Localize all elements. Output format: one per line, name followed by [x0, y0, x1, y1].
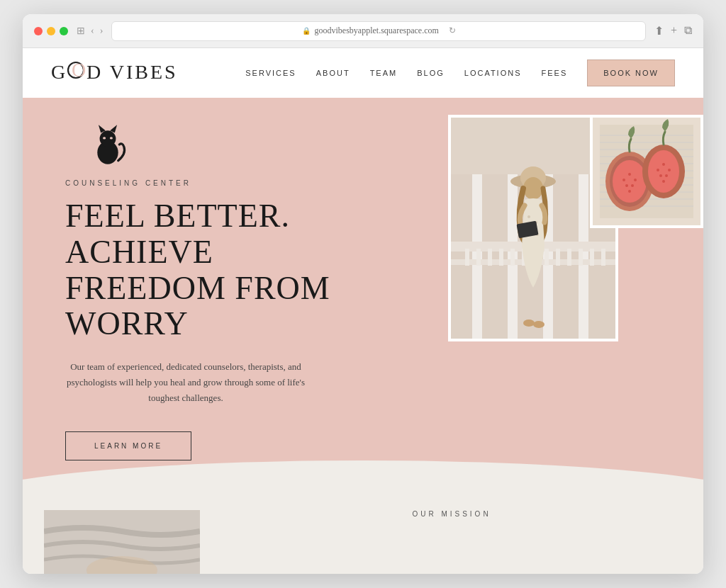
svg-rect-29 — [579, 249, 583, 266]
svg-rect-22 — [499, 249, 503, 266]
svg-point-59 — [622, 179, 625, 181]
hero-description: Our team of experienced, dedicated couns… — [65, 359, 306, 406]
browser-nav-controls: ⊞ ‹ › — [77, 25, 103, 37]
svg-point-62 — [631, 184, 634, 187]
lock-icon: 🔒 — [302, 27, 311, 35]
svg-rect-28 — [567, 249, 571, 266]
hero-section: COUNSELING CENTER FEEL BETTER. ACHIEVE F… — [23, 98, 703, 503]
window-icon: ⊞ — [77, 25, 85, 37]
learn-more-button[interactable]: LEARN MORE — [65, 431, 191, 460]
our-mission-text: OUR MISSION — [412, 510, 491, 518]
hero-left-content: COUNSELING CENTER FEEL BETTER. ACHIEVE F… — [23, 98, 448, 503]
svg-point-61 — [625, 184, 628, 187]
svg-point-58 — [628, 173, 631, 176]
hero-secondary-image — [590, 115, 703, 228]
svg-text:G: G — [51, 61, 67, 83]
cat-icon — [86, 119, 129, 165]
svg-point-68 — [668, 169, 671, 171]
svg-point-69 — [659, 174, 662, 177]
svg-point-57 — [613, 160, 647, 203]
bottom-image-illustration — [44, 510, 200, 574]
book-now-button[interactable]: BOOK NOW — [587, 60, 675, 86]
svg-rect-30 — [590, 249, 594, 266]
svg-point-60 — [634, 179, 637, 181]
svg-rect-19 — [465, 249, 469, 266]
forward-button[interactable]: › — [100, 26, 104, 37]
svg-point-70 — [665, 174, 668, 177]
hero-title: FEEL BETTER. ACHIEVE FREEDOM FROM WORRY — [65, 198, 413, 341]
tabs-icon[interactable]: ⧉ — [684, 24, 692, 38]
traffic-lights — [34, 27, 68, 35]
close-button[interactable] — [34, 27, 43, 35]
bottom-preview-image — [44, 510, 200, 574]
svg-point-66 — [662, 163, 665, 166]
address-bar[interactable]: 🔒 goodvibesbyapplet.squarespace.com ↻ — [111, 21, 646, 41]
new-tab-icon[interactable]: + — [671, 24, 677, 38]
logo-svg: G O D VIBES — [51, 57, 193, 84]
svg-rect-21 — [488, 249, 492, 266]
svg-point-35 — [527, 215, 530, 218]
svg-text:D VIBES: D VIBES — [86, 61, 178, 83]
svg-rect-31 — [601, 249, 605, 266]
nav-blog[interactable]: BLOG — [417, 69, 445, 77]
svg-rect-20 — [476, 249, 481, 266]
reload-icon[interactable]: ↻ — [449, 26, 456, 36]
minimize-button[interactable] — [47, 27, 55, 35]
svg-rect-23 — [510, 249, 515, 266]
svg-point-9 — [110, 137, 113, 139]
share-icon[interactable]: ⬆ — [654, 24, 664, 38]
svg-rect-26 — [544, 249, 549, 266]
nav-about[interactable]: ABOUT — [316, 69, 350, 77]
nav-team[interactable]: TEAM — [370, 69, 398, 77]
hero-title-line2: FREEDOM FROM WORRY — [65, 270, 330, 342]
url-text: goodvibesbyapplet.squarespace.com — [315, 26, 439, 36]
svg-rect-27 — [556, 249, 560, 266]
back-button[interactable]: ‹ — [91, 26, 94, 37]
svg-text:O: O — [72, 59, 88, 81]
browser-actions: ⬆ + ⧉ — [654, 24, 692, 38]
browser-window: ⊞ ‹ › 🔒 goodvibesbyapplet.squarespace.co… — [23, 14, 703, 574]
svg-point-41 — [533, 321, 544, 328]
bottom-section: OUR MISSION — [23, 503, 703, 574]
nav-locations[interactable]: LOCATIONS — [464, 69, 522, 77]
our-mission-label: OUR MISSION — [200, 510, 703, 518]
svg-point-63 — [628, 190, 631, 193]
svg-point-34 — [523, 177, 543, 200]
fullscreen-button[interactable] — [60, 27, 68, 35]
navigation: G O D VIBES SERVICES ABOUT TEAM BLOG LOC… — [23, 48, 703, 98]
nav-links: SERVICES ABOUT TEAM BLOG LOCATIONS FEES … — [245, 60, 675, 86]
svg-point-67 — [657, 169, 659, 171]
figs-illustration — [593, 118, 700, 225]
svg-point-71 — [662, 180, 665, 183]
svg-point-65 — [648, 150, 679, 193]
hero-right-images — [448, 98, 703, 503]
counseling-label: COUNSELING CENTER — [65, 179, 413, 187]
website-content: G O D VIBES SERVICES ABOUT TEAM BLOG LOC… — [23, 48, 703, 574]
nav-fees[interactable]: FEES — [542, 69, 568, 77]
svg-point-40 — [523, 320, 535, 327]
site-logo[interactable]: G O D VIBES — [51, 57, 193, 89]
svg-point-8 — [103, 137, 106, 139]
svg-point-5 — [100, 130, 116, 147]
browser-chrome: ⊞ ‹ › 🔒 goodvibesbyapplet.squarespace.co… — [23, 14, 703, 48]
hero-title-line1: FEEL BETTER. ACHIEVE — [65, 198, 290, 270]
nav-services[interactable]: SERVICES — [245, 69, 296, 77]
